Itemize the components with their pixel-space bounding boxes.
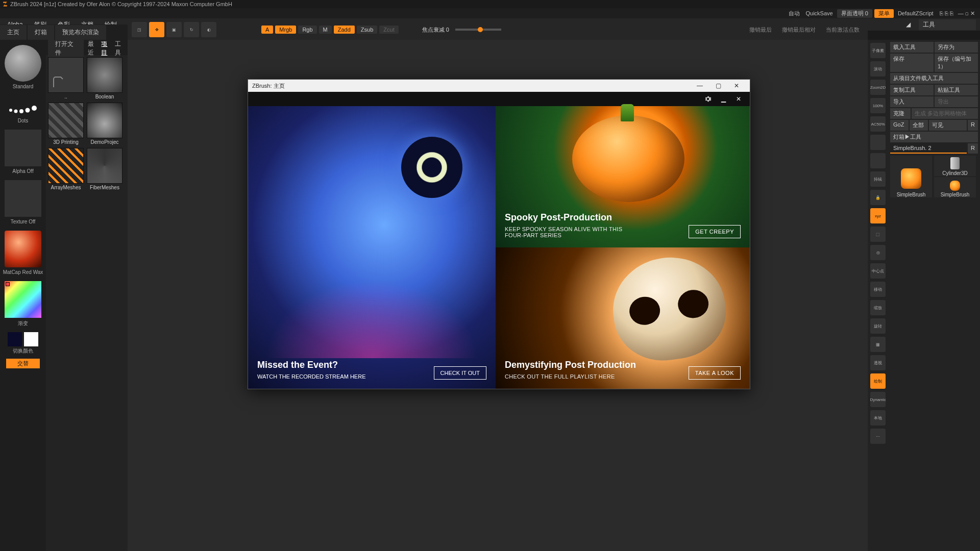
shelf-center[interactable]: 中心点 [870,263,886,279]
swap-color-label[interactable]: 切换颜色 [13,347,33,355]
btn-goz-r[interactable]: R [968,120,978,131]
card1-cta[interactable]: GET CREEPY [689,225,741,238]
btn-export[interactable]: 导出 [935,96,978,107]
shelf-xyz[interactable]: xyz [870,208,886,223]
btn-load-project[interactable]: 从项目文件载入工具 [890,73,978,84]
tab-home[interactable]: 主页 [0,25,27,40]
menu-toggle[interactable]: 菜单 [874,9,894,18]
material-thumb[interactable] [5,231,41,267]
btn-tool-r[interactable]: R [968,143,978,154]
shelf-local[interactable]: 本地 [870,410,886,425]
current-tool-name[interactable]: SimpleBrush. 2 [890,143,967,154]
mode-zadd[interactable]: Zadd [334,26,355,34]
shelf-rotate[interactable]: 旋转 [870,318,886,334]
lb-item-up[interactable]: .. [48,57,84,99]
modal-close-icon[interactable]: ✕ [727,82,746,89]
color-picker[interactable] [5,281,41,318]
alternate-button[interactable]: 交替 [6,359,40,368]
shelf-dynamic[interactable]: Dynamic [870,392,886,407]
btn-goz-vis[interactable]: 可见 [929,120,967,131]
default-zscript[interactable]: DefaultZScript [895,10,937,16]
btn-clone[interactable]: 克隆 [890,108,911,119]
rotate-icon[interactable]: ↻ [184,22,199,37]
btn-lightbox-tool[interactable]: 灯箱▶工具 [890,132,978,142]
lb-tab-project[interactable]: 项目 [101,40,112,57]
btn-copy-tool[interactable]: 复制工具 [890,85,934,95]
modal-min-icon[interactable]: — [691,82,709,89]
secondary-color[interactable] [8,332,22,346]
btn-save[interactable]: 保存 [890,54,934,72]
btn-goz[interactable]: GoZ [890,120,909,131]
scale-icon[interactable]: ▣ [166,22,182,37]
palette-pin-icon[interactable]: ◢ [903,20,914,29]
lb-tab-tool[interactable]: 工具 [115,40,126,57]
mode-mrgb[interactable]: Mrgb [275,26,296,34]
shelf-blank2[interactable] [870,153,886,168]
btn-goz-all[interactable]: 全部 [910,120,928,131]
shelf-frame-icon[interactable]: ⬚ [870,227,886,242]
lb-item-boolean[interactable]: Boolean [87,57,122,99]
shelf-grid-icon[interactable]: ▦ [870,337,886,352]
mode-a[interactable]: A [261,26,273,34]
card2-cta[interactable]: TAKE A LOOK [689,366,741,380]
undo-label[interactable]: 撤销最后 [745,25,776,35]
lb-tab-recent[interactable]: 最近 [88,40,99,57]
shelf-move[interactable]: 移动 [870,282,886,297]
lb-item-3dprint[interactable]: 3D Printing [48,103,84,145]
shelf-ac50[interactable]: AC50% [870,116,886,132]
tab-lightbox[interactable]: 灯箱 [28,25,54,40]
texture-thumb[interactable] [5,180,41,217]
brush-thumb[interactable] [5,45,41,82]
shelf-scale[interactable]: 缩放 [870,300,886,315]
auto-label[interactable]: 自动 [786,10,803,17]
window-icons[interactable]: ⎘ ⎘ ⎘ — ▢ ✕ [937,10,978,17]
gradient-label[interactable]: 渐变 [18,320,28,327]
mode-zsub[interactable]: Zsub [357,26,377,34]
shelf-subpixel[interactable]: 子像素 [870,43,886,58]
btn-makepoly[interactable]: 生成 多边形网格物体 [912,108,978,119]
card-spooky[interactable]: Spooky Post-Production KEEP SPOOKY SEASO… [496,106,750,247]
shelf-100[interactable]: 100% [870,98,886,113]
btn-saveas[interactable]: 另存为 [935,42,978,53]
shelf-persp[interactable]: 透视 [870,355,886,370]
canvas-area[interactable]: 主页 灯箱 预览布尔渲染 ◳ ✥ ▣ ↻ ◐ A Mrgb Rgb M Zadd… [128,40,868,551]
tool-thumb-simple2[interactable]: SimpleBrush [934,177,976,197]
shelf-blank1[interactable] [870,135,886,150]
stroke-thumb[interactable] [5,93,41,118]
btn-save-plus[interactable]: 保存（编号加 1） [935,54,978,72]
sculptris-icon[interactable]: ◐ [201,22,216,37]
hero-left[interactable]: Missed the Event? WATCH THE RECORDED STR… [248,106,496,389]
tool-thumb-cyl[interactable]: Cylinder3D [934,156,976,176]
tab-bpr[interactable]: 预览布尔渲染 [55,25,106,40]
alpha-thumb[interactable] [5,130,41,166]
btn-paste-tool[interactable]: 粘贴工具 [935,85,978,95]
shelf-draw[interactable]: 绘制 [870,373,886,389]
ui-transparency[interactable]: 界面透明 0 [837,9,872,18]
inner-close-icon[interactable]: ✕ [734,95,743,103]
mode-rgb[interactable]: Rgb [298,26,316,34]
primary-color[interactable] [24,332,38,346]
gear-icon[interactable] [704,95,712,103]
mode-zcut[interactable]: Zcut [379,26,398,34]
modal-max-icon[interactable]: ▢ [709,82,727,89]
shelf-persist[interactable]: 持续 [870,171,886,187]
tool-thumb-active[interactable]: SimpleBrush [890,156,932,197]
hero-left-cta[interactable]: CHECK IT OUT [434,366,486,380]
shelf-target-icon[interactable]: ◎ [870,245,886,260]
modal-titlebar[interactable]: ZBrush: 主页 — ▢ ✕ [248,80,750,92]
shelf-last[interactable]: ⋯ [870,429,886,444]
card-demystify[interactable]: Demystifying Post Production CHECK OUT T… [496,247,750,389]
lb-item-demo[interactable]: DemoProjec [87,103,122,145]
redo-label[interactable]: 撤销最后相对 [778,25,820,35]
focal-shift[interactable]: 焦点衰减 0 [418,25,453,35]
gizmo-icon[interactable]: ◳ [132,22,147,37]
lb-item-array[interactable]: ArrayMeshes [48,148,84,190]
move-icon[interactable]: ✥ [149,22,164,37]
shelf-lock-icon[interactable]: 🔒 [870,190,886,205]
collapse-icon[interactable]: ▁ [719,95,727,103]
lb-item-fiber[interactable]: FiberMeshes [87,148,122,190]
palette-title[interactable]: 工具 [919,19,976,30]
btn-import[interactable]: 导入 [890,96,934,107]
shelf-scroll[interactable]: 滚动 [870,61,886,77]
mode-m[interactable]: M [319,26,332,34]
